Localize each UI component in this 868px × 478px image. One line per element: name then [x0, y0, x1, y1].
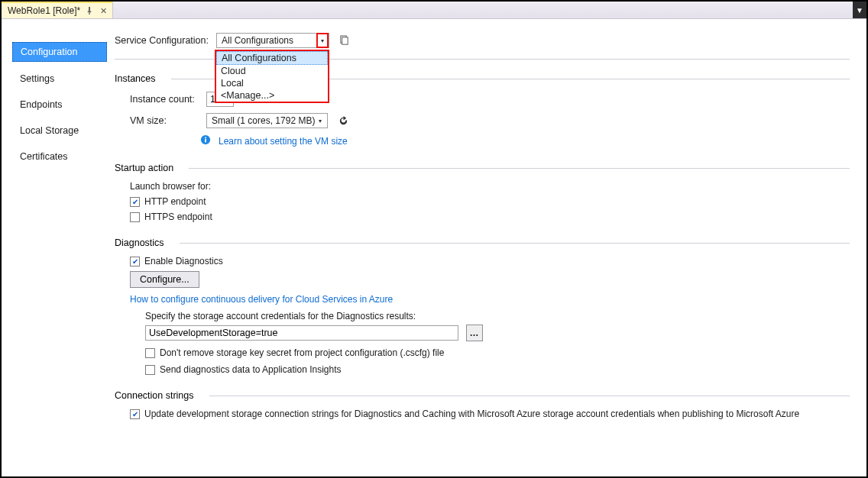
http-endpoint-checkbox[interactable]: ✔ — [130, 197, 140, 207]
continuous-delivery-link[interactable]: How to configure continuous delivery for… — [130, 294, 393, 305]
tabstrip-spacer — [113, 2, 853, 18]
service-configuration-label: Service Configuration: — [115, 35, 209, 46]
service-configuration-dropdown[interactable]: All Configurations ▾ — [216, 33, 329, 48]
instances-section-title: Instances — [115, 73, 156, 84]
sidenav-item-local-storage[interactable]: Local Storage — [12, 121, 107, 140]
document-tab-title: WebRole1 [Role]* — [8, 5, 80, 16]
browse-storage-button[interactable]: … — [466, 325, 483, 341]
https-endpoint-checkbox[interactable]: ✔ — [130, 212, 140, 222]
pin-icon[interactable] — [85, 6, 94, 15]
service-configuration-value: All Configurations — [222, 35, 293, 46]
send-to-appinsights-label: Send diagnostics data to Application Ins… — [160, 364, 342, 375]
document-tab-webrole1[interactable]: WebRole1 [Role]* ✕ — [2, 2, 113, 18]
instance-count-label: Instance count: — [130, 94, 199, 105]
configure-diagnostics-button[interactable]: Configure... — [130, 271, 199, 288]
service-config-option-manage[interactable]: <Manage...> — [216, 89, 328, 102]
vm-size-dropdown[interactable]: Small (1 cores, 1792 MB) ▾ — [206, 113, 328, 128]
chevron-down-icon: ▾ — [316, 33, 329, 48]
sidenav-item-certificates[interactable]: Certificates — [12, 147, 107, 166]
enable-diagnostics-checkbox[interactable]: ✔ — [130, 257, 140, 266]
service-config-option-local[interactable]: Local — [216, 77, 328, 89]
section-rule — [209, 396, 850, 396]
diagnostics-section-title: Diagnostics — [115, 237, 164, 248]
send-to-appinsights-checkbox[interactable]: ✔ — [145, 365, 155, 375]
chevron-down-icon: ▾ — [315, 115, 326, 126]
https-endpoint-label: HTTPS endpoint — [144, 212, 212, 222]
svg-rect-2 — [342, 37, 348, 44]
service-config-option-all[interactable]: All Configurations — [216, 51, 328, 65]
connection-strings-section-title: Connection strings — [115, 390, 194, 401]
sidenav-item-endpoints[interactable]: Endpoints — [12, 95, 107, 114]
sidenav-item-configuration[interactable]: Configuration — [12, 42, 107, 62]
section-rule — [180, 243, 850, 244]
learn-vm-size-link[interactable]: Learn about setting the VM size — [219, 136, 348, 147]
specify-storage-label: Specify the storage account credentials … — [145, 311, 850, 321]
role-editor-window: WebRole1 [Role]* ✕ ▼ Configuration Setti… — [0, 0, 868, 478]
dont-remove-key-checkbox[interactable]: ✔ — [145, 348, 155, 358]
service-config-option-cloud[interactable]: Cloud — [216, 65, 328, 77]
sidenav-item-settings[interactable]: Settings — [12, 69, 107, 88]
main-panel: Service Configuration: All Configuration… — [107, 19, 866, 476]
info-icon — [200, 134, 211, 147]
http-endpoint-label: HTTP endpoint — [144, 196, 206, 207]
svg-rect-5 — [205, 137, 206, 139]
startup-section-title: Startup action — [115, 163, 173, 173]
enable-diagnostics-label: Enable Diagnostics — [144, 256, 223, 266]
launch-browser-label: Launch browser for: — [130, 181, 850, 192]
document-tabstrip: WebRole1 [Role]* ✕ ▼ — [2, 2, 866, 19]
service-configuration-popup: All Configurations Cloud Local <Manage..… — [215, 50, 329, 103]
dont-remove-key-label: Don't remove storage key secret from pro… — [160, 347, 444, 358]
vm-size-value: Small (1 cores, 1792 MB) — [212, 115, 315, 126]
svg-rect-0 — [89, 12, 89, 15]
update-conn-strings-label: Update development storage connection st… — [144, 409, 799, 419]
update-conn-strings-checkbox[interactable]: ✔ — [130, 409, 140, 419]
copy-configuration-icon[interactable] — [337, 33, 352, 48]
vm-size-label: VM size: — [130, 115, 199, 126]
editor-body: Configuration Settings Endpoints Local S… — [2, 19, 866, 476]
diagnostics-storage-input[interactable] — [145, 325, 458, 341]
tabstrip-overflow-icon[interactable]: ▼ — [853, 2, 866, 18]
svg-rect-4 — [205, 139, 206, 142]
side-nav: Configuration Settings Endpoints Local S… — [2, 19, 107, 476]
section-rule — [189, 168, 850, 169]
close-icon[interactable]: ✕ — [99, 6, 108, 15]
refresh-vm-sizes-icon[interactable] — [335, 113, 351, 128]
